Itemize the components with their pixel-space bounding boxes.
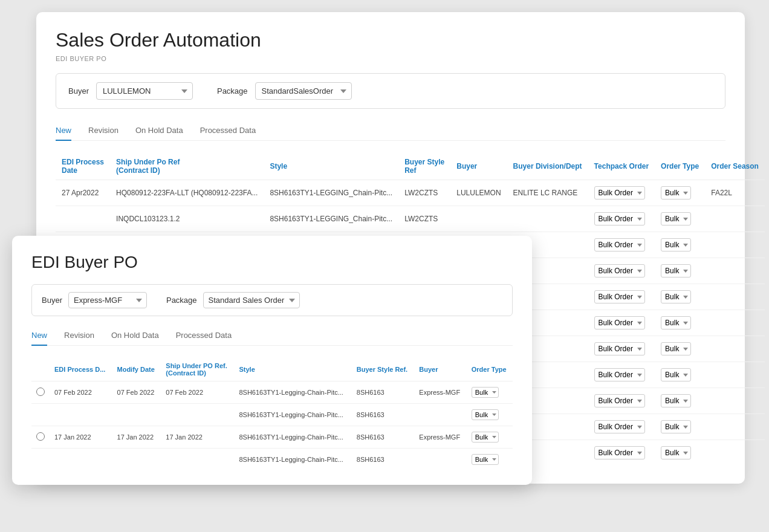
back-cell-order-type: Bulk [655, 180, 705, 206]
back-tab-new[interactable]: New [56, 121, 71, 141]
front-cell-modify-date [112, 449, 161, 471]
front-cell-style: 8SH6163TY1-Legging-Chain-Pitc... [234, 449, 351, 471]
front-cell-radio[interactable] [31, 426, 50, 449]
back-col-ship-ref: Ship Under Po Ref(Contract ID) [110, 153, 264, 180]
front-card: EDI Buyer PO Buyer Express-MGF Package S… [12, 236, 532, 485]
back-techpack-select[interactable]: Bulk Order [594, 290, 645, 303]
front-table-row: 8SH6163TY1-Legging-Chain-Pitc... 8SH6163… [31, 449, 513, 471]
front-package-select[interactable]: Standard Sales Order [203, 292, 300, 308]
front-order-type-select[interactable]: Bulk [472, 409, 499, 420]
back-order-type-select[interactable]: Bulk [661, 316, 691, 329]
back-cell-division: ENLITE LC RANGE [507, 180, 588, 206]
back-filter-bar: Buyer LULULEMON Package StandardSalesOrd… [56, 73, 725, 109]
front-cell-buyer-style: 8SH6163 [352, 404, 415, 426]
front-buyer-filter: Buyer Express-MGF [42, 292, 147, 308]
back-order-type-select[interactable]: Bulk [661, 446, 691, 459]
back-col-style: Style [264, 153, 398, 180]
back-techpack-select[interactable]: Bulk Order [594, 394, 645, 407]
front-cell-modify-date: 07 Feb 2022 [112, 381, 161, 404]
front-cell-buyer [414, 449, 466, 471]
back-order-type-select[interactable]: Bulk [661, 342, 691, 355]
front-order-type-select[interactable]: Bulk [472, 432, 499, 443]
back-buyer-select[interactable]: LULULEMON [96, 82, 193, 100]
back-techpack-select[interactable]: Bulk Order [594, 212, 645, 225]
front-cell-radio[interactable] [31, 381, 50, 404]
front-package-label: Package [166, 296, 197, 305]
front-cell-buyer-style: 8SH6163 [352, 449, 415, 471]
front-cell-ship-ref [161, 404, 234, 426]
back-cell-order-season [705, 414, 765, 440]
back-package-select[interactable]: StandardSalesOrder [255, 82, 352, 100]
back-package-label: Package [217, 86, 248, 96]
back-order-type-select[interactable]: Bulk [661, 212, 691, 225]
back-techpack-select[interactable]: Bulk Order [594, 342, 645, 355]
front-col-edi-date: EDI Process D... [50, 358, 112, 381]
front-cell-modify-date [112, 404, 161, 426]
back-order-type-select[interactable]: Bulk [661, 186, 691, 199]
row-radio-input[interactable] [36, 388, 45, 396]
back-cell-edi-date: 27 Apr2022 [56, 180, 110, 206]
back-techpack-select[interactable]: Bulk Order [594, 420, 645, 433]
front-tab-new[interactable]: New [31, 326, 47, 346]
back-cell-techpack: Bulk Order [588, 440, 655, 466]
front-cell-buyer-style: 8SH6163 [352, 381, 415, 404]
front-cell-style: 8SH6163TY1-Legging-Chain-Pitc... [234, 426, 351, 449]
front-tab-onhold[interactable]: On Hold Data [111, 326, 159, 346]
back-cell-buyer-style: LW2CZTS [398, 206, 450, 232]
front-cell-order-type: Bulk [467, 381, 513, 404]
back-order-type-select[interactable]: Bulk [661, 264, 691, 277]
back-cell-order-type: Bulk [655, 284, 705, 310]
front-cell-buyer-style: 8SH6163 [352, 426, 415, 449]
back-cell-techpack: Bulk Order [588, 180, 655, 206]
front-order-type-select[interactable]: Bulk [472, 387, 499, 398]
front-table-row: 8SH6163TY1-Legging-Chain-Pitc... 8SH6163… [31, 404, 513, 426]
front-filter-bar: Buyer Express-MGF Package Standard Sales… [31, 284, 513, 316]
back-cell-order-type: Bulk [655, 440, 705, 466]
back-order-type-select[interactable]: Bulk [661, 394, 691, 407]
front-buyer-select[interactable]: Express-MGF [68, 292, 147, 308]
front-cell-radio[interactable] [31, 449, 50, 471]
back-order-type-select[interactable]: Bulk [661, 290, 691, 303]
back-cell-buyer [450, 206, 507, 232]
back-col-order-type: Order Type [655, 153, 705, 180]
front-col-style: Style [234, 358, 351, 381]
back-cell-order-season [705, 310, 765, 336]
front-cell-radio[interactable] [31, 404, 50, 426]
back-tab-onhold[interactable]: On Hold Data [135, 121, 183, 141]
front-cell-style: 8SH6163TY1-Legging-Chain-Pitc... [234, 404, 351, 426]
front-table-row: 07 Feb 2022 07 Feb 2022 07 Feb 2022 8SH6… [31, 381, 513, 404]
back-techpack-select[interactable]: Bulk Order [594, 368, 645, 381]
back-cell-order-season [705, 336, 765, 362]
back-techpack-select[interactable]: Bulk Order [594, 186, 645, 199]
back-cell-order-season: FA22L [705, 180, 765, 206]
row-radio-input[interactable] [36, 432, 45, 441]
back-tab-processed[interactable]: Processed Data [200, 121, 256, 141]
back-col-edi-date: EDI ProcessDate [56, 153, 110, 180]
back-order-type-select[interactable]: Bulk [661, 420, 691, 433]
back-table-header: EDI ProcessDate Ship Under Po Ref(Contra… [56, 153, 765, 180]
back-cell-techpack: Bulk Order [588, 414, 655, 440]
back-techpack-select[interactable]: Bulk Order [594, 316, 645, 329]
back-techpack-select[interactable]: Bulk Order [594, 446, 645, 459]
back-table-row: INQDCL103123.1.2 8SH6163TY1-LEGGING_Chai… [56, 206, 765, 232]
back-order-type-select[interactable]: Bulk [661, 238, 691, 251]
back-cell-order-season [705, 206, 765, 232]
back-tab-revision[interactable]: Revision [88, 121, 118, 141]
front-tabs: New Revision On Hold Data Processed Data [31, 326, 513, 346]
back-buyer-label: Buyer [68, 86, 89, 96]
front-table-row: 17 Jan 2022 17 Jan 2022 17 Jan 2022 8SH6… [31, 426, 513, 449]
back-cell-style: 8SH6163TY1-LEGGING_Chain-Pitc... [264, 180, 398, 206]
back-techpack-select[interactable]: Bulk Order [594, 264, 645, 277]
front-tab-processed[interactable]: Processed Data [176, 326, 232, 346]
front-col-buyer-style: Buyer Style Ref. [352, 358, 415, 381]
front-col-buyer: Buyer [414, 358, 466, 381]
front-order-type-select[interactable]: Bulk [472, 454, 499, 465]
back-cell-division [507, 206, 588, 232]
front-cell-buyer: Express-MGF [414, 426, 466, 449]
back-order-type-select[interactable]: Bulk [661, 368, 691, 381]
front-tab-revision[interactable]: Revision [64, 326, 94, 346]
back-card-subtitle: EDI BUYER PO [56, 55, 725, 62]
front-cell-edi-date [50, 404, 112, 426]
back-col-order-season: Order Season [705, 153, 765, 180]
back-techpack-select[interactable]: Bulk Order [594, 238, 645, 251]
